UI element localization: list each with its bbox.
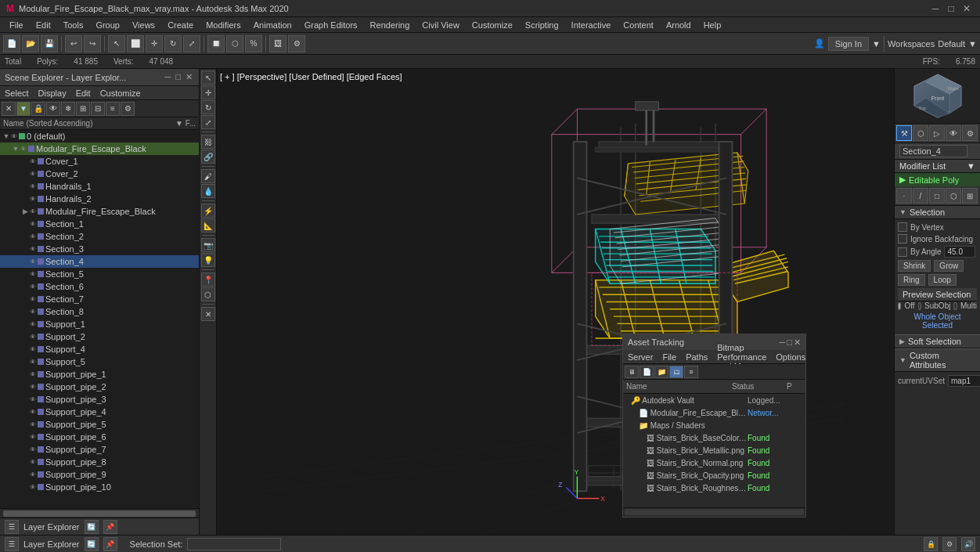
tree-item-supportpipe1[interactable]: 👁Support_pipe_1 (0, 368, 199, 381)
ap-maximize-btn[interactable]: □ (787, 337, 792, 348)
ignore-backfacing-checkbox[interactable] (898, 234, 907, 244)
tree-item-support1[interactable]: 👁Support_1 (0, 318, 199, 330)
selection-section-header[interactable]: ▼ Selection (895, 206, 980, 219)
tree-item-0-default[interactable]: ▼👁0 (default) (0, 130, 199, 143)
lx-camera-btn[interactable]: 📷 (201, 238, 215, 252)
tree-item-handrails2[interactable]: 👁Handrails_2 (0, 193, 199, 205)
edge-btn[interactable]: / (913, 188, 928, 204)
se-search-btn[interactable]: ▼ (16, 102, 31, 116)
element-btn[interactable]: ⊞ (962, 188, 978, 204)
custom-attributes-section[interactable]: ▼ Custom Attributes (895, 348, 980, 372)
ap-menu-paths[interactable]: Paths (681, 352, 712, 363)
se-menu-select[interactable]: Select (0, 88, 34, 99)
ap-title-controls[interactable]: ─ □ ✕ (780, 337, 801, 348)
rp-utils-tab[interactable]: ⚙ (962, 125, 978, 141)
se-filter-btn[interactable]: ✕ (2, 102, 16, 116)
viewport[interactable]: [ + ] [Perspective] [User Defined] [Edge… (217, 69, 894, 535)
polygon-btn[interactable]: ⬡ (946, 188, 961, 204)
ring-button[interactable]: Ring (898, 274, 925, 286)
se-lock-btn[interactable]: 🔒 (31, 102, 45, 116)
se-settings-btn[interactable]: ⚙ (121, 102, 135, 116)
by-vertex-checkbox[interactable] (898, 222, 907, 232)
preview-off-radio[interactable] (898, 302, 901, 310)
se-close-button[interactable]: ✕ (184, 72, 194, 82)
layer-explorer-icon[interactable]: ☰ (5, 537, 19, 551)
grow-button[interactable]: Grow (934, 260, 964, 272)
menu-item-create[interactable]: Create (161, 19, 200, 31)
lx-helper-btn[interactable]: 📍 (201, 272, 215, 287)
ap-row-6[interactable]: 🖼 Stairs_Brick_Opacity.pngFound (623, 469, 805, 482)
menu-item-content[interactable]: Content (617, 19, 660, 31)
lx-select-btn[interactable]: ↖ (201, 70, 215, 85)
tree-item-supportpipe2[interactable]: 👁Support_pipe_2 (0, 381, 199, 393)
preview-multi-radio[interactable] (953, 302, 957, 310)
ap-row-3[interactable]: 🖼 Stairs_Brick_BaseColor.pngFound (623, 431, 805, 444)
status-icon-1[interactable]: 🔒 (924, 537, 938, 551)
by-angle-checkbox[interactable] (898, 247, 907, 257)
se-minimize-button[interactable]: ─ (164, 72, 173, 82)
ap-scrollbar-area[interactable] (623, 507, 805, 517)
menu-item-edit[interactable]: Edit (30, 19, 57, 31)
ap-row-1[interactable]: 📄 Modular_Fire_Escape_Black_max_vray.max… (623, 406, 805, 419)
lx-eyedropper-btn[interactable]: 💧 (201, 184, 215, 198)
menu-item-views[interactable]: Views (126, 19, 161, 31)
render-button[interactable]: 🖼 (269, 35, 286, 52)
ap-btn-3[interactable]: 📁 (654, 366, 668, 378)
editable-poly-modifier[interactable]: ▶ Editable Poly (895, 173, 980, 186)
by-angle-input[interactable] (944, 246, 975, 258)
ap-row-7[interactable]: 🖼 Stairs_Brick_Roughness.pngFound (623, 482, 805, 494)
se-eye-btn[interactable]: 👁 (46, 102, 60, 116)
status-sync-icon[interactable]: 🔄 (85, 537, 99, 551)
current-uvset-input[interactable] (948, 375, 980, 387)
se-layer-icon[interactable]: ☰ (5, 520, 19, 534)
tree-item-section3[interactable]: 👁Section_3 (0, 243, 199, 255)
soft-selection-section[interactable]: ▶ Soft Selection (895, 334, 980, 348)
status-icon-2[interactable]: ⚙ (942, 537, 957, 551)
ap-btn-4[interactable]: 🗂 (669, 366, 683, 378)
tree-item-supportpipe9[interactable]: 👁Support_pipe_9 (0, 468, 199, 481)
menu-item-civil-view[interactable]: Civil View (416, 19, 465, 31)
save-button[interactable]: 💾 (41, 35, 58, 52)
lx-shape-btn[interactable]: ⬡ (201, 287, 215, 301)
scale-button[interactable]: ⤢ (183, 35, 200, 52)
se-menu-customize[interactable]: Customize (95, 88, 146, 99)
percent-snap-button[interactable]: % (245, 35, 262, 52)
menu-item-rendering[interactable]: Rendering (364, 19, 416, 31)
angle-snap-button[interactable]: ⬡ (226, 35, 243, 52)
lx-measure-btn[interactable]: 📐 (201, 218, 215, 233)
lx-link-btn[interactable]: ⛓ (201, 135, 215, 149)
se-menu-display[interactable]: Display (34, 88, 71, 99)
menu-item-customize[interactable]: Customize (466, 19, 519, 31)
ap-close-btn[interactable]: ✕ (794, 337, 801, 348)
se-horizontal-scrollbar[interactable] (0, 508, 199, 518)
lx-move-btn[interactable]: ✛ (201, 85, 215, 99)
preview-subobj-radio[interactable] (918, 302, 921, 310)
move-button[interactable]: ✛ (146, 35, 163, 52)
menu-item-modifiers[interactable]: Modifiers (200, 19, 247, 31)
minimize-button[interactable]: ─ (928, 2, 942, 16)
tree-item-section8[interactable]: 👁Section_8 (0, 305, 199, 318)
tree-item-section4[interactable]: 👁Section_4 (0, 255, 199, 268)
tree-item-support5[interactable]: 👁Support_5 (0, 355, 199, 368)
open-button[interactable]: 📂 (22, 35, 39, 52)
tree-item-cover2[interactable]: 👁Cover_2 (0, 168, 199, 180)
lx-xview-btn[interactable]: ✕ (201, 307, 215, 321)
se-menu-edit[interactable]: Edit (71, 88, 95, 99)
menu-item-arnold[interactable]: Arnold (660, 19, 697, 31)
viewport-cube[interactable]: Front Right Top (895, 69, 980, 124)
rp-modify-tab[interactable]: ⚒ (896, 125, 912, 141)
ap-minimize-btn[interactable]: ─ (780, 337, 786, 348)
lx-scale-btn[interactable]: ⤢ (201, 115, 215, 129)
scene-explorer-controls[interactable]: ─ □ ✕ (164, 72, 194, 82)
tree-item-section2[interactable]: 👁Section_2 (0, 230, 199, 243)
rp-hierarchy-tab[interactable]: ⬡ (913, 125, 928, 141)
maximize-button[interactable]: □ (944, 2, 958, 16)
menu-item-interactive[interactable]: Interactive (565, 19, 618, 31)
modifier-list-dropdown[interactable]: ▼ (967, 161, 975, 171)
tree-item-supportpipe10[interactable]: 👁Support_pipe_10 (0, 481, 199, 493)
tree-item-supportpipe4[interactable]: 👁Support_pipe_4 (0, 406, 199, 418)
tree-item-support4[interactable]: 👁Support_4 (0, 343, 199, 355)
rp-display-tab[interactable]: 👁 (946, 125, 961, 141)
se-more-btn[interactable]: ≡ (106, 102, 120, 116)
lx-paint-btn[interactable]: 🖌 (201, 169, 215, 183)
